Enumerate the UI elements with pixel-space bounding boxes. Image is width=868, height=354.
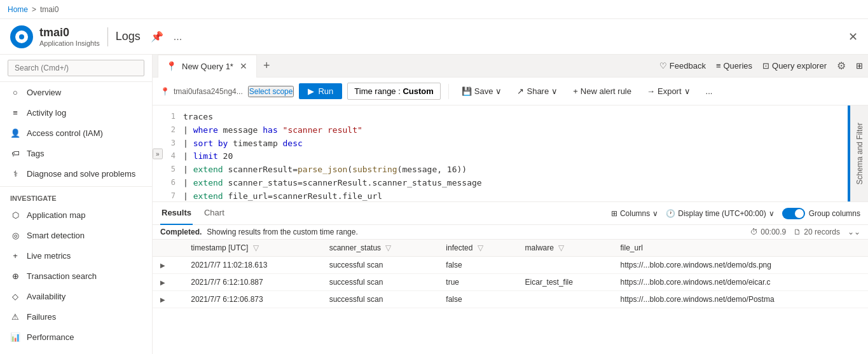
sidebar-item-transaction-search[interactable]: ⊕ Transaction search [0,266,152,286]
diagnose-icon: ⚕ [10,168,20,179]
sidebar: ○ Overview ≡ Activity log 👤 Access contr… [0,55,153,354]
code-line: 3| sort by timestamp desc [153,137,850,151]
tab-close-button[interactable]: ✕ [238,61,249,71]
sidebar-item-performance[interactable]: 📊 Performance [0,327,152,347]
feedback-label: Feedback [670,61,706,71]
app-map-icon: ⬡ [10,210,20,220]
main-layout: ○ Overview ≡ Activity log 👤 Access contr… [0,55,868,354]
save-button[interactable]: 💾 Save ∨ [457,83,507,99]
sidebar-label-tags: Tags [27,149,44,158]
results-table-wrapper: timestamp [UTC] ▽ scanner_status ▽ infec… [153,240,868,354]
export-icon: → [647,86,655,96]
share-label: Share [527,86,549,96]
line-content: traces [183,111,845,124]
status-completed: Completed. [160,228,202,236]
table-row: ▶2021/7/7 11:02:18.613successful scanfal… [153,257,868,274]
group-columns-toggle[interactable] [782,208,805,219]
expand-icon[interactable]: ⌄⌄ [848,228,860,236]
tags-icon: 🏷 [10,148,20,158]
schema-filter-panel[interactable]: Schema and Filter [850,106,868,201]
breadcrumb-home[interactable]: Home [8,5,28,14]
sidebar-item-tags[interactable]: 🏷 Tags [0,143,152,163]
toggle-knob [795,209,804,218]
timestamp-filter-icon[interactable]: ▽ [253,243,259,252]
access-control-icon: 👤 [10,128,20,138]
settings-button[interactable]: ⚙ [837,60,846,72]
queries-label: Queries [723,61,752,71]
availability-icon: ◇ [10,291,20,301]
records-badge: 🗋 20 records [794,228,840,236]
code-line: 4| limit 20 [153,150,850,163]
sidebar-label-activity-log: Activity log [27,108,66,118]
scanner-status-filter-icon[interactable]: ▽ [385,243,391,252]
malware-filter-icon[interactable]: ▽ [558,243,564,252]
feedback-button[interactable]: ♡ Feedback [659,61,706,71]
code-line: 7| extend file_url=scannerResult.file_ur… [153,190,850,201]
run-button[interactable]: ▶ Run [299,83,342,99]
search-input[interactable] [8,60,144,76]
infected-filter-icon[interactable]: ▽ [478,243,483,252]
sidebar-item-app-map[interactable]: ⬡ Application map [0,205,152,225]
sidebar-item-live-metrics[interactable]: + Live metrics [0,245,152,266]
pin-button[interactable]: 📌 [148,28,166,45]
display-time-chevron: ∨ [769,209,775,218]
code-editor[interactable]: 1traces2| where message has "scanner res… [153,106,850,201]
select-scope-button[interactable]: Select scope [248,86,294,97]
query-explorer-button[interactable]: ⊡ Query explorer [762,61,827,71]
export-button[interactable]: → Export ∨ [642,83,696,99]
time-range-button[interactable]: Time range : Custom [347,83,441,100]
app-header: tmai0 Application Insights Logs 📌 ... ✕ [0,19,868,55]
collapse-arrows[interactable]: » [153,148,163,159]
sidebar-label-overview: Overview [27,88,61,97]
live-metrics-icon: + [10,250,20,261]
sidebar-divider [0,186,152,187]
cell-malware: Eicar_test_file [518,274,613,291]
row-expand-button[interactable]: ▶ [153,257,183,274]
sidebar-item-failures[interactable]: ⚠ Failures [0,306,152,327]
columns-label: Columns [620,209,650,218]
query-tab-new-query-1[interactable]: 📍 New Query 1* ✕ [158,55,257,78]
more-toolbar-button[interactable]: ... [701,83,718,99]
columns-button[interactable]: ⊞ Columns ∨ [611,209,658,218]
table-header-row: timestamp [UTC] ▽ scanner_status ▽ infec… [153,240,868,257]
duration-value: 00:00.9 [761,228,786,236]
results-table: timestamp [UTC] ▽ scanner_status ▽ infec… [153,240,868,308]
new-tab-button[interactable]: + [258,57,275,75]
share-button[interactable]: ↗ Share ∨ [512,83,563,99]
line-number: 3 [158,137,176,149]
breadcrumb: Home > tmai0 [0,0,868,19]
cell-scanner-status: successful scan [322,291,439,308]
display-time-button[interactable]: 🕐 Display time (UTC+00:00) ∨ [666,209,774,218]
schema-filter-label: Schema and Filter [855,123,864,184]
tab-results[interactable]: Results [160,202,193,225]
code-line: 5| extend scannerResult=parse_json(subst… [153,163,850,177]
export-label: Export [658,86,682,96]
sidebar-item-overview[interactable]: ○ Overview [0,82,152,102]
app-icon [10,25,33,48]
sidebar-label-access-control: Access control (IAM) [27,128,103,138]
content-area: 📍 New Query 1* ✕ + ♡ Feedback ≡ Queries … [153,55,868,354]
more-header-button[interactable]: ... [171,29,184,45]
cell-infected: true [438,274,517,291]
close-button[interactable]: ✕ [848,30,858,44]
status-message: Showing results from the custom time ran… [207,228,357,236]
records-value: 20 records [804,228,840,236]
row-expand-button[interactable]: ▶ [153,274,183,291]
sidebar-item-access-control[interactable]: 👤 Access control (IAM) [0,123,152,143]
query-explorer-label: Query explorer [772,61,827,71]
sidebar-item-availability[interactable]: ◇ Availability [0,286,152,306]
app-title-block: tmai0 Application Insights [39,26,100,47]
overview-icon: ○ [10,87,20,97]
line-content: | extend file_url=scannerResult.file_url [183,190,845,201]
row-expand-button[interactable]: ▶ [153,291,183,308]
tab-chart[interactable]: Chart [203,202,226,225]
sidebar-item-activity-log[interactable]: ≡ Activity log [0,102,152,123]
new-alert-rule-button[interactable]: + New alert rule [568,83,637,99]
sidebar-item-diagnose[interactable]: ⚕ Diagnose and solve problems [0,163,152,184]
sidebar-label-smart-detection: Smart detection [27,231,85,240]
sidebar-item-smart-detection[interactable]: ◎ Smart detection [0,225,152,245]
line-content: | where message has "scanner result" [183,124,845,137]
th-malware: malware ▽ [518,240,613,257]
queries-button[interactable]: ≡ Queries [716,61,752,71]
split-button[interactable]: ⊞ [856,61,863,71]
